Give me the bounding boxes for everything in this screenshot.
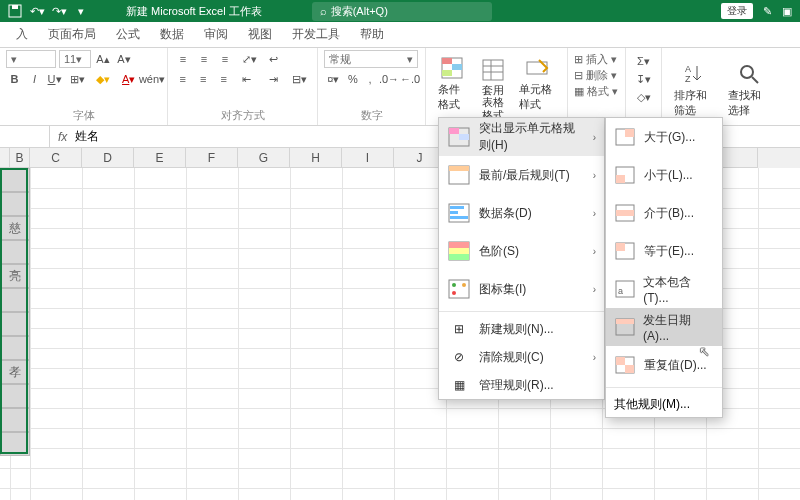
autosum-icon[interactable]: Σ▾ <box>635 52 653 70</box>
decrease-indent-icon[interactable]: ⇤ <box>235 70 258 88</box>
chevron-right-icon: › <box>593 208 596 219</box>
wrap-text-icon[interactable]: ↩ <box>264 50 282 68</box>
submenu-date-occurring[interactable]: 发生日期(A)... <box>606 308 722 346</box>
underline-icon[interactable]: U▾ <box>46 70 63 88</box>
ribbon-group-font: ▾ 11 ▾ A▴ A▾ B I U▾ ⊞▾ ◆▾ A▾ wén▾ 字体 <box>0 48 168 125</box>
delete-button[interactable]: ⊟删除▾ <box>574 68 619 83</box>
submenu-between[interactable]: 介于(B)... <box>606 194 722 232</box>
currency-icon[interactable]: ¤▾ <box>324 70 343 88</box>
redo-icon[interactable]: ↷▾ <box>50 2 68 20</box>
col-header-g[interactable]: G <box>238 148 290 168</box>
submenu-more-rules[interactable]: 其他规则(M)... <box>606 391 722 417</box>
cell-styles-button[interactable]: 单元格样式▾ <box>513 54 561 126</box>
bold-icon[interactable]: B <box>6 70 23 88</box>
tab-5[interactable]: 视图 <box>238 22 282 47</box>
align-middle-icon[interactable]: ≡ <box>195 50 213 68</box>
name-box[interactable] <box>0 126 50 147</box>
clear-icon[interactable]: ◇▾ <box>635 88 653 106</box>
col-header[interactable] <box>0 148 10 168</box>
search-placeholder: 搜索(Alt+Q) <box>331 4 388 19</box>
merge-icon[interactable]: ⊟▾ <box>288 70 311 88</box>
tab-6[interactable]: 开发工具 <box>282 22 350 47</box>
decrease-font-icon[interactable]: A▾ <box>115 50 133 68</box>
col-header-h[interactable]: H <box>290 148 342 168</box>
number-format-select[interactable]: 常规▾ <box>324 50 418 68</box>
decrease-decimal-icon[interactable]: ←.0 <box>401 70 419 88</box>
sort-filter-button[interactable]: AZ 排序和筛选 <box>668 60 722 120</box>
tab-4[interactable]: 审阅 <box>194 22 238 47</box>
ribbon-group-editing: AZ 排序和筛选 查找和选择 <box>662 48 782 125</box>
font-name-select[interactable]: ▾ <box>6 50 56 68</box>
svg-rect-1 <box>12 5 18 9</box>
col-header-c[interactable]: C <box>30 148 82 168</box>
font-color-icon[interactable]: A▾ <box>117 70 140 88</box>
menu-manage-rules[interactable]: ▦ 管理规则(R)... <box>439 371 604 399</box>
italic-icon[interactable]: I <box>26 70 43 88</box>
submenu-greater-than[interactable]: 大于(G)... <box>606 118 722 156</box>
percent-icon[interactable]: % <box>346 70 360 88</box>
qat-dropdown-icon[interactable]: ▾ <box>72 2 90 20</box>
table-format-icon <box>481 58 505 82</box>
submenu-less-than[interactable]: 小于(L)... <box>606 156 722 194</box>
formula-content[interactable]: 姓名 <box>75 128 99 145</box>
tab-2[interactable]: 公式 <box>106 22 150 47</box>
insert-button[interactable]: ⊞插入▾ <box>574 52 619 67</box>
tab-3[interactable]: 数据 <box>150 22 194 47</box>
submenu-equal-to[interactable]: 等于(E)... <box>606 232 722 270</box>
menu-icon-sets[interactable]: 图标集(I) › <box>439 270 604 308</box>
fill-color-icon[interactable]: ◆▾ <box>92 70 115 88</box>
align-center-icon[interactable]: ≡ <box>194 70 211 88</box>
menu-clear-rules[interactable]: ⊘ 清除规则(C) › <box>439 343 604 371</box>
col-header-e[interactable]: E <box>134 148 186 168</box>
svg-text:a: a <box>618 286 623 296</box>
highlight-rules-icon <box>447 126 471 148</box>
comma-icon[interactable]: , <box>363 70 377 88</box>
menu-data-bars[interactable]: 数据条(D) › <box>439 194 604 232</box>
clear-rules-icon: ⊘ <box>447 346 471 368</box>
delete-icon: ⊟ <box>574 69 583 82</box>
tab-0[interactable]: 入 <box>6 22 38 47</box>
menu-top-bottom-rules[interactable]: 最前/最后规则(T) › <box>439 156 604 194</box>
ribbon-display-icon[interactable]: ▣ <box>782 5 792 18</box>
format-as-table-button[interactable]: 套用 表格格式 <box>473 56 514 122</box>
search-box[interactable]: ⌕ 搜索(Alt+Q) <box>312 2 492 21</box>
align-top-icon[interactable]: ≡ <box>174 50 192 68</box>
menu-highlight-rules[interactable]: 突出显示单元格规则(H) › <box>439 118 604 156</box>
font-size-select[interactable]: 11 ▾ <box>59 50 91 68</box>
col-header-i[interactable]: I <box>342 148 394 168</box>
increase-indent-icon[interactable]: ⇥ <box>262 70 285 88</box>
align-bottom-icon[interactable]: ≡ <box>216 50 234 68</box>
tab-7[interactable]: 帮助 <box>350 22 394 47</box>
align-right-icon[interactable]: ≡ <box>215 70 232 88</box>
save-icon[interactable] <box>6 2 24 20</box>
tab-1[interactable]: 页面布局 <box>38 22 106 47</box>
menu-color-scales[interactable]: 色阶(S) › <box>439 232 604 270</box>
format-button[interactable]: ▦格式▾ <box>574 84 619 99</box>
svg-line-14 <box>752 77 758 83</box>
col-header-d[interactable]: D <box>82 148 134 168</box>
col-header-f[interactable]: F <box>186 148 238 168</box>
undo-icon[interactable]: ↶▾ <box>28 2 46 20</box>
chevron-right-icon: › <box>593 246 596 257</box>
submenu-duplicate-values[interactable]: 重复值(D)... <box>606 346 722 384</box>
increase-decimal-icon[interactable]: .0→ <box>380 70 398 88</box>
manage-rules-icon: ▦ <box>447 374 471 396</box>
orientation-icon[interactable]: ⤢▾ <box>237 50 261 68</box>
fill-icon[interactable]: ↧▾ <box>635 70 653 88</box>
svg-text:A: A <box>685 64 691 74</box>
phonetic-icon[interactable]: wén▾ <box>143 70 161 88</box>
border-icon[interactable]: ⊞▾ <box>66 70 89 88</box>
submenu-text-contains[interactable]: a 文本包含(T)... <box>606 270 722 308</box>
menu-new-rule[interactable]: ⊞ 新建规则(N)... <box>439 315 604 343</box>
search-icon: ⌕ <box>320 5 327 17</box>
login-button[interactable]: 登录 <box>721 3 753 19</box>
find-select-button[interactable]: 查找和选择 <box>722 60 776 120</box>
fx-icon[interactable]: fx <box>50 130 75 144</box>
align-left-icon[interactable]: ≡ <box>174 70 191 88</box>
cell-styles-icon <box>525 56 549 80</box>
draw-icon[interactable]: ✎ <box>763 5 772 18</box>
conditional-formatting-button[interactable]: 条件格式▾ <box>432 54 473 126</box>
svg-rect-5 <box>442 70 452 76</box>
increase-font-icon[interactable]: A▴ <box>94 50 112 68</box>
col-header-b[interactable]: B <box>10 148 30 168</box>
